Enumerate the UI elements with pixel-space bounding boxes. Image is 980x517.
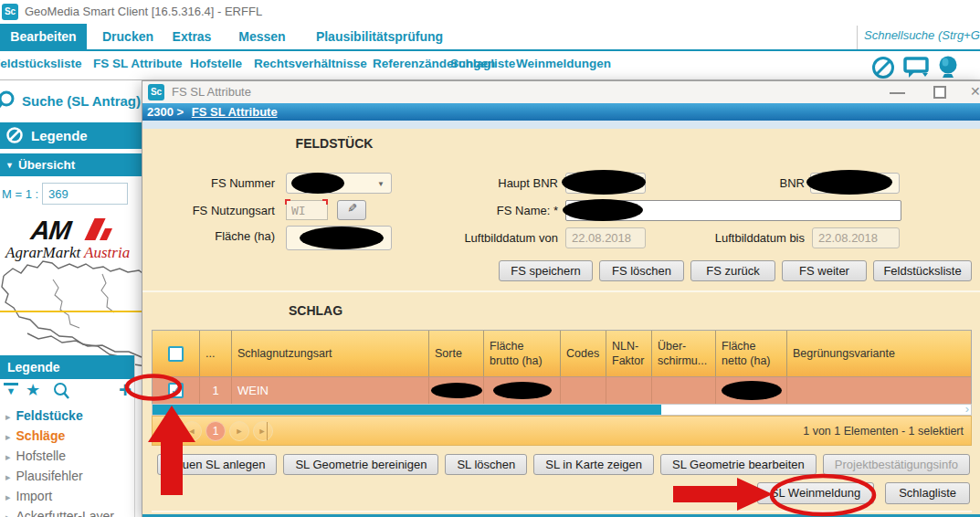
map-route-line	[0, 311, 142, 312]
menu-item-drucken[interactable]: Drucken	[91, 24, 164, 49]
select-all-column-header	[153, 331, 200, 376]
tab-rechtsverhaeltnisse[interactable]: Rechtsverhältnisse	[254, 57, 367, 70]
pager-current-page[interactable]: 1	[205, 421, 226, 441]
select-all-checkbox[interactable]	[168, 346, 184, 362]
edit-pencil-button[interactable]: ✎	[337, 200, 366, 220]
horizontal-scrollbar[interactable]: ›	[152, 404, 972, 416]
sl-weinmeldung-button[interactable]: SL Weinmeldung	[757, 482, 874, 504]
column-header-nln-faktor[interactable]: NLN-Faktor	[606, 331, 652, 376]
legend-search-icon[interactable]	[51, 381, 71, 405]
legend-list: ▸Feldstücke ▸Schläge ▸Hofstelle ▸Plausif…	[5, 406, 133, 517]
ama-logo-mark: AM	[29, 216, 73, 246]
table-row[interactable]: ✓ 1 WEIN	[153, 376, 971, 404]
expand-arrow-icon[interactable]: ▸	[5, 512, 11, 517]
sidebar-uebersicht-header[interactable]: ▼ Übersicht	[0, 153, 142, 176]
row-nutzungsart-cell: WEIN	[232, 377, 429, 404]
row-sorte-cell	[429, 377, 484, 404]
menubar-divider	[857, 26, 858, 49]
tab-schlagliste[interactable]: Schlagliste	[450, 57, 515, 70]
fs-nutzungsart-label: FS Nutzungsart	[179, 200, 275, 221]
sl-geometrie-bearbeiten-button[interactable]: SL Geometrie bearbeiten	[660, 454, 817, 475]
column-header-begruenungsvariante[interactable]: Begrünungsvariante	[787, 331, 971, 376]
menu-item-plausibilitaetspruefung[interactable]: Plausibilitätsprüfung	[313, 24, 446, 49]
sidebar-legende-header[interactable]: Legende	[0, 122, 142, 149]
bnr-label: BNR	[709, 173, 805, 194]
collapse-all-icon[interactable]: ▼	[4, 383, 18, 396]
projektbestaetigungsinfo-button: Projektbestätigungsinfo	[823, 454, 970, 475]
validation-tick	[322, 199, 328, 205]
menu-item-messen[interactable]: Messen	[233, 24, 291, 49]
pager-prev-button[interactable]: ◄	[182, 421, 202, 441]
row-nln-faktor-cell	[606, 377, 652, 404]
legend-item-hofstelle[interactable]: ▸Hofstelle	[5, 446, 133, 466]
sidebar-search-title[interactable]: Suche (SL Antrag)	[22, 93, 141, 109]
compass-icon	[5, 126, 24, 144]
column-header-sorte[interactable]: Sorte	[429, 331, 484, 376]
pagination-bar: ◄ ◄ 1 ► ► 1 von 1 Elementen - 1 selektie…	[152, 416, 972, 446]
legend-item-schlaege[interactable]: ▸Schläge	[5, 426, 133, 446]
minimize-icon[interactable]	[890, 92, 905, 94]
expand-arrow-icon[interactable]: ▸	[5, 491, 11, 502]
scrollbar-thumb[interactable]	[153, 405, 661, 415]
tab-fs-sl-attribute[interactable]: FS SL Attribute	[93, 57, 183, 70]
tab-feldstuecksliste[interactable]: Feldstücksliste	[0, 57, 82, 70]
expand-arrow-icon[interactable]: ▸	[5, 471, 11, 482]
tab-weinmeldungen[interactable]: Weinmeldungen	[516, 57, 611, 70]
fs-speichern-button[interactable]: FS speichern	[499, 260, 593, 281]
window-title: GeoMedia Smart Client [16.5.316.4] - ERF…	[25, 5, 262, 18]
fs-loeschen-button[interactable]: FS löschen	[599, 260, 684, 281]
quick-search-label[interactable]: Schnellsuche (Strg+G	[864, 28, 980, 42]
pager-last-button[interactable]: ►	[253, 421, 273, 441]
tab-hofstelle[interactable]: Hofstelle	[190, 57, 242, 70]
dialog-titlebar[interactable]: Sc FS SL Attribute ✕	[142, 81, 980, 103]
favorites-star-icon[interactable]: ★	[26, 380, 40, 400]
row-ueberschirmung-cell	[652, 377, 716, 404]
expand-arrow-icon[interactable]: ▸	[5, 411, 11, 422]
breadcrumb-link[interactable]: FS SL Attribute	[192, 105, 278, 119]
feldstuecksliste-button[interactable]: Feldstücksliste	[873, 260, 972, 281]
legend-item-feldstuecke[interactable]: ▸Feldstücke	[5, 406, 133, 426]
scroll-right-icon[interactable]: ›	[965, 402, 969, 416]
fs-weiter-button[interactable]: FS weiter	[782, 260, 867, 281]
redaction	[806, 170, 892, 195]
expand-arrow-icon[interactable]: ▸	[5, 431, 11, 442]
map-scale-input[interactable]	[42, 183, 128, 205]
row-select-cell: ✓	[153, 377, 200, 404]
column-header-ueberschirmung[interactable]: Über-schirmu...	[652, 331, 716, 376]
column-header-dots[interactable]: ...	[200, 331, 232, 376]
legend-toolbar: ▼ ★ +	[0, 379, 135, 404]
fs-zurueck-button[interactable]: FS zurück	[690, 260, 775, 281]
column-header-codes[interactable]: Codes	[561, 331, 606, 376]
legend-item-ackerfutter-layer[interactable]: ▸Ackerfutter-Layer	[5, 506, 133, 517]
sl-geometrie-bereinigen-button[interactable]: SL Geometrie bereinigen	[283, 454, 438, 475]
validation-tick	[285, 199, 290, 205]
legend-panel-header[interactable]: Legende	[0, 355, 135, 379]
add-layer-icon[interactable]: +	[119, 377, 132, 403]
luftbilddatum-bis-field[interactable]: 22.08.2018	[812, 227, 900, 248]
column-header-flaeche-brutto[interactable]: Fläche brutto (ha)	[484, 331, 561, 376]
sl-in-karte-zeigen-button[interactable]: SL in Karte zeigen	[533, 454, 654, 475]
schlagliste-button[interactable]: Schlagliste	[885, 482, 970, 504]
sl-loeschen-button[interactable]: SL löschen	[445, 454, 527, 475]
section-divider	[152, 511, 972, 512]
uebersicht-header-label: Übersicht	[18, 153, 75, 176]
fs-sl-attribute-dialog: Sc FS SL Attribute ✕ 2300 > FS SL Attrib…	[142, 80, 980, 517]
schlag-footer-buttons: SL Weinmeldung Schlagliste	[757, 482, 970, 504]
neuen-sl-anlegen-button[interactable]: neuen SL anlegen	[157, 454, 277, 475]
menu-item-bearbeiten[interactable]: Bearbeiten	[0, 24, 87, 49]
row-flaeche-netto-cell	[716, 377, 787, 404]
column-header-flaeche-netto[interactable]: Fläche netto (ha)	[716, 331, 787, 376]
pager-next-button[interactable]: ►	[229, 421, 249, 441]
column-header-schlagnutzungsart[interactable]: Schlagnutzungsart	[232, 331, 429, 376]
menu-item-extras[interactable]: Extras	[166, 24, 217, 49]
pager-first-button[interactable]: ◄	[158, 421, 178, 441]
row-checkbox[interactable]: ✓	[168, 383, 184, 398]
close-icon[interactable]: ✕	[970, 84, 980, 99]
maximize-icon[interactable]	[933, 86, 946, 99]
luftbilddatum-von-field[interactable]: 22.08.2018	[565, 227, 646, 248]
expand-arrow-icon[interactable]: ▸	[5, 451, 11, 462]
map-scale-label: M = 1 :	[2, 187, 38, 201]
feldstueck-section-title: FELDSTÜCK	[279, 136, 389, 151]
legend-item-import[interactable]: ▸Import	[5, 486, 133, 506]
legend-item-plausifehler[interactable]: ▸Plausifehler	[5, 466, 133, 486]
